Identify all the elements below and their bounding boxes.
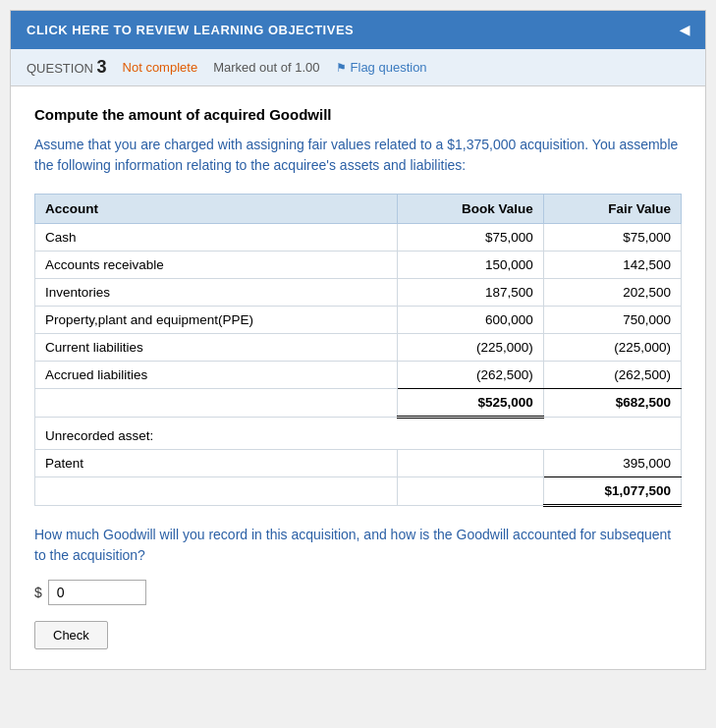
- account-inv: Inventories: [35, 279, 398, 307]
- answer-description: How much Goodwill will you record in thi…: [34, 525, 682, 566]
- fair-value-cl: (225,000): [543, 334, 681, 362]
- fair-value-cash: $75,000: [543, 224, 681, 252]
- total-fair: $1,077,500: [543, 477, 681, 506]
- input-row: $: [34, 580, 682, 605]
- fair-value-ar: 142,500: [543, 252, 681, 279]
- table-row: Property,plant and equipment(PPE) 600,00…: [35, 307, 682, 334]
- fair-value-inv: 202,500: [543, 279, 681, 307]
- patent-row: Patent 395,000: [35, 450, 682, 477]
- flag-icon: ⚑: [336, 61, 347, 75]
- account-ar: Accounts receivable: [35, 252, 398, 279]
- goodwill-input[interactable]: [48, 580, 146, 605]
- patent-fair: 395,000: [543, 450, 681, 477]
- subtotal-label: [35, 389, 398, 418]
- table-row: Accrued liabilities (262,500) (262,500): [35, 362, 682, 389]
- marked-out: Marked out of 1.00: [213, 60, 319, 75]
- section-label-row: Unrecorded asset:: [35, 418, 682, 450]
- question-description: Assume that you are charged with assigni…: [34, 135, 682, 176]
- book-value-ppe: 600,000: [398, 307, 544, 334]
- book-value-cl: (225,000): [398, 334, 544, 362]
- learning-objectives-banner[interactable]: CLICK HERE TO REVIEW LEARNING OBJECTIVES…: [11, 11, 705, 49]
- fair-value-al: (262,500): [543, 362, 681, 389]
- col-header-account: Account: [35, 195, 398, 224]
- banner-text: CLICK HERE TO REVIEW LEARNING OBJECTIVES: [27, 23, 354, 37]
- book-value-cash: $75,000: [398, 224, 544, 252]
- flag-label: Flag question: [351, 60, 427, 75]
- question-status: Not complete: [123, 60, 198, 75]
- book-value-inv: 187,500: [398, 279, 544, 307]
- data-table: Account Book Value Fair Value Cash $75,0…: [34, 194, 682, 507]
- question-title: Compute the amount of acquired Goodwill: [34, 106, 682, 123]
- table-row: Accounts receivable 150,000 142,500: [35, 252, 682, 279]
- col-header-book-value: Book Value: [398, 195, 544, 224]
- patent-book: [398, 450, 544, 477]
- subtotal-row: $525,000 $682,500: [35, 389, 682, 418]
- check-button[interactable]: Check: [34, 621, 108, 649]
- question-number: 3: [97, 57, 107, 77]
- banner-arrow-icon: ◀: [680, 23, 690, 37]
- total-label: [35, 477, 398, 506]
- patent-label: Patent: [35, 450, 398, 477]
- total-row: $1,077,500: [35, 477, 682, 506]
- answer-section: How much Goodwill will you record in thi…: [34, 525, 682, 649]
- account-cash: Cash: [35, 224, 398, 252]
- table-row: Inventories 187,500 202,500: [35, 279, 682, 307]
- flag-question-button[interactable]: ⚑ Flag question: [336, 60, 427, 75]
- question-bar: QUESTION 3 Not complete Marked out of 1.…: [11, 49, 705, 86]
- dollar-sign: $: [34, 585, 42, 600]
- section-label-text: Unrecorded asset:: [35, 418, 682, 450]
- col-header-fair-value: Fair Value: [543, 195, 681, 224]
- subtotal-book: $525,000: [398, 389, 544, 418]
- subtotal-fair: $682,500: [543, 389, 681, 418]
- fair-value-ppe: 750,000: [543, 307, 681, 334]
- table-row: Current liabilities (225,000) (225,000): [35, 334, 682, 362]
- main-content: Compute the amount of acquired Goodwill …: [11, 86, 705, 669]
- account-cl: Current liabilities: [35, 334, 398, 362]
- table-row: Cash $75,000 $75,000: [35, 224, 682, 252]
- book-value-al: (262,500): [398, 362, 544, 389]
- book-value-ar: 150,000: [398, 252, 544, 279]
- total-book: [398, 477, 544, 506]
- account-ppe: Property,plant and equipment(PPE): [35, 307, 398, 334]
- question-label: QUESTION: [27, 61, 93, 76]
- account-al: Accrued liabilities: [35, 362, 398, 389]
